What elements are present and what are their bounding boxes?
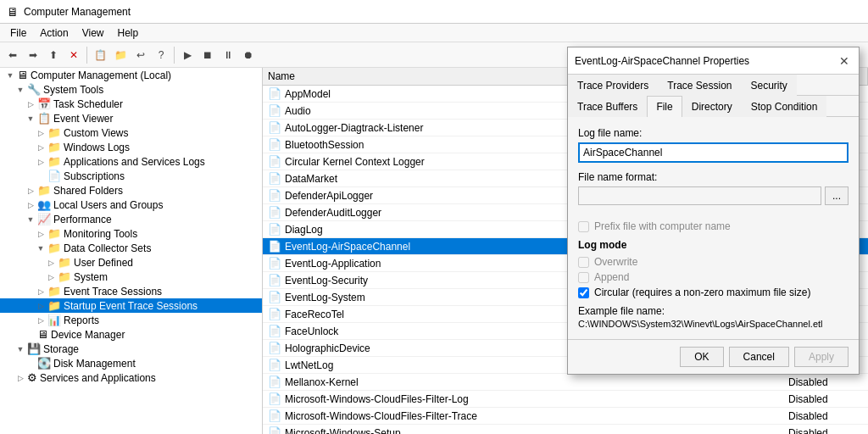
dialog-title: EventLog-AirSpaceChannel Properties <box>575 55 749 67</box>
file-name-format-input[interactable] <box>578 186 821 205</box>
overwrite-label: Overwrite <box>594 256 637 268</box>
example-label: Example file name: <box>578 305 849 317</box>
prefix-checkbox-row: Prefix file with computer name <box>578 220 849 232</box>
close-button[interactable]: ✕ <box>837 53 852 69</box>
tab-stop-condition[interactable]: Stop Condition <box>742 96 827 117</box>
file-name-format-row: ... <box>578 186 849 205</box>
tab-security[interactable]: Security <box>742 75 797 96</box>
dialog-title-bar: EventLog-AirSpaceChannel Properties ✕ <box>568 47 859 75</box>
prefix-checkbox[interactable] <box>578 221 589 232</box>
tab-trace-buffers[interactable]: Trace Buffers <box>568 96 647 117</box>
ok-button[interactable]: OK <box>680 347 723 367</box>
apply-button[interactable]: Apply <box>794 347 849 367</box>
tab-directory[interactable]: Directory <box>682 96 742 117</box>
append-checkbox[interactable] <box>578 272 589 283</box>
properties-dialog: EventLog-AirSpaceChannel Properties ✕ Tr… <box>567 47 860 375</box>
overwrite-row: Overwrite <box>578 256 849 268</box>
tab-file[interactable]: File <box>647 96 682 117</box>
cancel-button[interactable]: Cancel <box>729 347 789 367</box>
circular-checkbox[interactable] <box>578 287 589 298</box>
dialog-content: Log file name: File name format: ... Pre… <box>568 117 859 339</box>
browse-button[interactable]: ... <box>825 186 849 205</box>
dialog-tabs-row2: Trace Buffers File Directory Stop Condit… <box>568 96 859 117</box>
log-file-name-input[interactable] <box>578 142 849 163</box>
log-file-name-label: Log file name: <box>578 127 849 139</box>
prefix-checkbox-label: Prefix file with computer name <box>594 220 731 232</box>
tab-trace-session[interactable]: Trace Session <box>658 75 741 96</box>
file-name-format-label: File name format: <box>578 171 849 183</box>
append-label: Append <box>594 271 629 283</box>
dialog-overlay: EventLog-AirSpaceChannel Properties ✕ Tr… <box>0 0 868 434</box>
dialog-tabs: Trace Providers Trace Session Security <box>568 75 859 96</box>
append-row: Append <box>578 271 849 283</box>
example-path: C:\WINDOWS\System32\Winevt\Logs\AirSpace… <box>578 319 849 329</box>
tab-trace-providers[interactable]: Trace Providers <box>568 75 658 96</box>
circular-label: Circular (requires a non-zero maximum fi… <box>594 287 810 298</box>
circular-row: Circular (requires a non-zero maximum fi… <box>578 287 849 298</box>
log-mode-label: Log mode <box>578 239 849 251</box>
overwrite-checkbox[interactable] <box>578 257 589 268</box>
dialog-buttons: OK Cancel Apply <box>568 339 859 374</box>
